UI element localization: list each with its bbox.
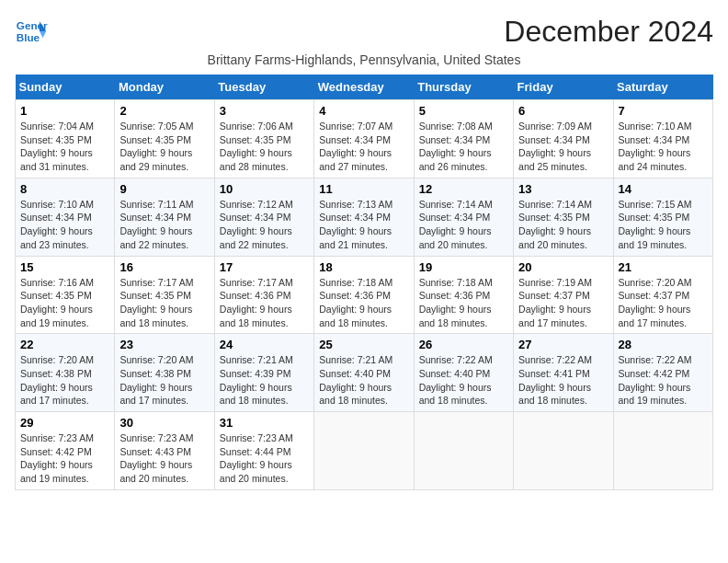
day-number: 29 xyxy=(20,416,109,430)
daylight-label: Daylight: 9 hours and 31 minutes. xyxy=(20,147,93,172)
day-number: 7 xyxy=(619,104,708,118)
calendar-cell: 31 Sunrise: 7:23 AM Sunset: 4:44 PM Dayl… xyxy=(214,412,313,490)
calendar-cell: 22 Sunrise: 7:20 AM Sunset: 4:38 PM Dayl… xyxy=(16,334,115,412)
day-info: Sunrise: 7:08 AM Sunset: 4:34 PM Dayligh… xyxy=(419,120,508,174)
calendar-cell: 6 Sunrise: 7:09 AM Sunset: 4:34 PM Dayli… xyxy=(514,100,613,178)
daylight-label: Daylight: 9 hours and 24 minutes. xyxy=(619,147,691,172)
sunrise-label: Sunrise: 7:18 AM xyxy=(319,277,392,288)
day-number: 14 xyxy=(619,182,708,196)
daylight-label: Daylight: 9 hours and 22 minutes. xyxy=(220,225,292,250)
daylight-label: Daylight: 9 hours and 26 minutes. xyxy=(419,147,492,172)
day-info: Sunrise: 7:12 AM Sunset: 4:34 PM Dayligh… xyxy=(220,198,309,252)
daylight-label: Daylight: 9 hours and 18 minutes. xyxy=(419,304,492,328)
calendar-cell: 20 Sunrise: 7:19 AM Sunset: 4:37 PM Dayl… xyxy=(514,256,613,334)
day-info: Sunrise: 7:21 AM Sunset: 4:39 PM Dayligh… xyxy=(220,353,309,408)
daylight-label: Daylight: 9 hours and 18 minutes. xyxy=(119,304,192,328)
sunrise-label: Sunrise: 7:14 AM xyxy=(419,199,493,210)
day-info: Sunrise: 7:07 AM Sunset: 4:34 PM Dayligh… xyxy=(319,120,408,174)
sunrise-label: Sunrise: 7:09 AM xyxy=(518,121,592,132)
sunrise-label: Sunrise: 7:16 AM xyxy=(20,277,94,288)
calendar-cell: 3 Sunrise: 7:06 AM Sunset: 4:35 PM Dayli… xyxy=(214,100,313,178)
daylight-label: Daylight: 9 hours and 17 minutes. xyxy=(20,382,93,407)
day-info: Sunrise: 7:04 AM Sunset: 4:35 PM Dayligh… xyxy=(20,120,109,174)
daylight-label: Daylight: 9 hours and 20 minutes. xyxy=(119,459,192,484)
day-number: 5 xyxy=(419,104,508,118)
daylight-label: Daylight: 9 hours and 17 minutes. xyxy=(619,304,691,328)
day-info: Sunrise: 7:19 AM Sunset: 4:37 PM Dayligh… xyxy=(518,276,608,330)
calendar-cell: 29 Sunrise: 7:23 AM Sunset: 4:42 PM Dayl… xyxy=(16,412,115,490)
sunset-label: Sunset: 4:36 PM xyxy=(220,290,291,301)
calendar-cell: 10 Sunrise: 7:12 AM Sunset: 4:34 PM Dayl… xyxy=(214,178,313,256)
day-number: 4 xyxy=(319,104,408,118)
day-number: 28 xyxy=(619,338,708,351)
sunrise-label: Sunrise: 7:23 AM xyxy=(220,432,293,443)
sunset-label: Sunset: 4:39 PM xyxy=(220,368,291,379)
daylight-label: Daylight: 9 hours and 27 minutes. xyxy=(319,147,392,172)
svg-marker-3 xyxy=(40,31,46,38)
calendar-cell: 27 Sunrise: 7:22 AM Sunset: 4:41 PM Dayl… xyxy=(514,334,613,412)
header-thursday: Thursday xyxy=(414,75,513,100)
day-number: 15 xyxy=(20,260,109,274)
month-title: December 2024 xyxy=(504,15,713,49)
logo: General Blue xyxy=(15,15,48,48)
day-number: 31 xyxy=(220,416,309,430)
day-info: Sunrise: 7:22 AM Sunset: 4:41 PM Dayligh… xyxy=(518,353,608,408)
day-info: Sunrise: 7:20 AM Sunset: 4:37 PM Dayligh… xyxy=(619,276,708,330)
day-number: 21 xyxy=(619,260,708,274)
sunset-label: Sunset: 4:34 PM xyxy=(20,212,92,223)
week-row-1: 1 Sunrise: 7:04 AM Sunset: 4:35 PM Dayli… xyxy=(16,100,713,178)
calendar-cell: 30 Sunrise: 7:23 AM Sunset: 4:43 PM Dayl… xyxy=(115,412,214,490)
day-info: Sunrise: 7:18 AM Sunset: 4:36 PM Dayligh… xyxy=(319,276,408,330)
calendar-cell: 16 Sunrise: 7:17 AM Sunset: 4:35 PM Dayl… xyxy=(115,256,214,334)
day-info: Sunrise: 7:22 AM Sunset: 4:42 PM Dayligh… xyxy=(619,353,708,408)
daylight-label: Daylight: 9 hours and 28 minutes. xyxy=(220,147,292,172)
day-info: Sunrise: 7:05 AM Sunset: 4:35 PM Dayligh… xyxy=(119,120,209,174)
calendar-cell: 25 Sunrise: 7:21 AM Sunset: 4:40 PM Dayl… xyxy=(314,334,414,412)
calendar-cell: 18 Sunrise: 7:18 AM Sunset: 4:36 PM Dayl… xyxy=(314,256,414,334)
sunrise-label: Sunrise: 7:06 AM xyxy=(220,121,293,132)
calendar-cell: 26 Sunrise: 7:22 AM Sunset: 4:40 PM Dayl… xyxy=(414,334,513,412)
day-info: Sunrise: 7:16 AM Sunset: 4:35 PM Dayligh… xyxy=(20,276,109,330)
sunset-label: Sunset: 4:42 PM xyxy=(20,446,92,457)
sunset-label: Sunset: 4:36 PM xyxy=(319,290,391,301)
day-info: Sunrise: 7:21 AM Sunset: 4:40 PM Dayligh… xyxy=(319,353,408,408)
header-sunday: Sunday xyxy=(16,75,115,100)
sunset-label: Sunset: 4:35 PM xyxy=(619,212,690,223)
day-info: Sunrise: 7:06 AM Sunset: 4:35 PM Dayligh… xyxy=(220,120,309,174)
daylight-label: Daylight: 9 hours and 21 minutes. xyxy=(319,225,392,250)
sunset-label: Sunset: 4:35 PM xyxy=(518,212,590,223)
daylight-label: Daylight: 9 hours and 19 minutes. xyxy=(20,459,93,484)
week-row-3: 15 Sunrise: 7:16 AM Sunset: 4:35 PM Dayl… xyxy=(16,256,713,334)
sunrise-label: Sunrise: 7:22 AM xyxy=(619,354,692,365)
daylight-label: Daylight: 9 hours and 17 minutes. xyxy=(119,382,192,407)
day-number: 22 xyxy=(20,338,109,351)
calendar-cell: 9 Sunrise: 7:11 AM Sunset: 4:34 PM Dayli… xyxy=(115,178,214,256)
sunrise-label: Sunrise: 7:22 AM xyxy=(419,354,493,365)
sunset-label: Sunset: 4:37 PM xyxy=(619,290,690,301)
day-info: Sunrise: 7:23 AM Sunset: 4:43 PM Dayligh… xyxy=(119,431,209,486)
daylight-label: Daylight: 9 hours and 22 minutes. xyxy=(119,225,192,250)
sunset-label: Sunset: 4:34 PM xyxy=(319,212,391,223)
sunrise-label: Sunrise: 7:07 AM xyxy=(319,121,392,132)
calendar-cell xyxy=(613,412,712,490)
header-friday: Friday xyxy=(514,75,613,100)
day-number: 26 xyxy=(419,338,508,351)
day-info: Sunrise: 7:13 AM Sunset: 4:34 PM Dayligh… xyxy=(319,198,408,252)
day-number: 13 xyxy=(518,182,608,196)
daylight-label: Daylight: 9 hours and 18 minutes. xyxy=(419,382,492,407)
daylight-label: Daylight: 9 hours and 23 minutes. xyxy=(20,225,93,250)
day-info: Sunrise: 7:22 AM Sunset: 4:40 PM Dayligh… xyxy=(419,353,508,408)
days-header-row: SundayMondayTuesdayWednesdayThursdayFrid… xyxy=(16,75,713,100)
sunset-label: Sunset: 4:35 PM xyxy=(220,134,291,145)
sunset-label: Sunset: 4:44 PM xyxy=(220,446,291,457)
day-info: Sunrise: 7:17 AM Sunset: 4:35 PM Dayligh… xyxy=(119,276,209,330)
day-number: 11 xyxy=(319,182,408,196)
sunset-label: Sunset: 4:34 PM xyxy=(518,134,590,145)
header-wednesday: Wednesday xyxy=(314,75,414,100)
header-saturday: Saturday xyxy=(613,75,712,100)
day-number: 10 xyxy=(220,182,309,196)
sunrise-label: Sunrise: 7:11 AM xyxy=(119,199,193,210)
day-number: 1 xyxy=(20,104,109,118)
day-info: Sunrise: 7:15 AM Sunset: 4:35 PM Dayligh… xyxy=(619,198,708,252)
header-monday: Monday xyxy=(115,75,214,100)
